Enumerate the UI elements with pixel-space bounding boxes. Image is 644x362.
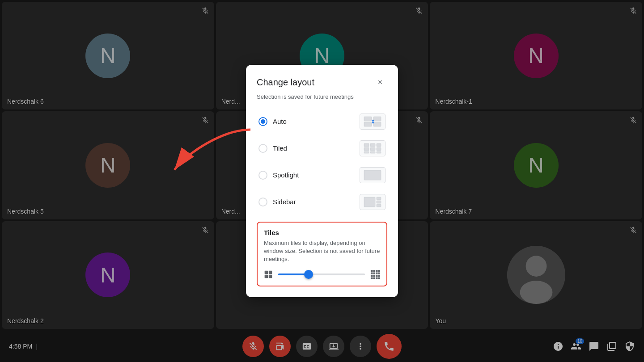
svg-rect-6 (373, 122, 381, 126)
tiles-description: Maximum tiles to display, depending on w… (264, 239, 380, 264)
radio-sidebar[interactable] (258, 198, 267, 206)
svg-rect-23 (265, 275, 268, 278)
svg-rect-31 (376, 273, 378, 275)
svg-rect-7 (364, 143, 369, 147)
modal-overlay[interactable]: Change layout × Selection is saved for f… (0, 0, 644, 362)
svg-rect-3 (364, 117, 372, 121)
modal-subtitle: Selection is saved for future meetings (257, 93, 387, 100)
layout-option-tiled[interactable]: Tiled (257, 136, 387, 161)
layout-option-spotlight-left: Spotlight (258, 171, 299, 180)
svg-rect-15 (377, 152, 381, 153)
tiles-title: Tiles (264, 229, 380, 236)
svg-rect-29 (371, 273, 373, 275)
svg-rect-16 (364, 170, 381, 180)
svg-rect-40 (378, 278, 380, 279)
layout-option-sidebar[interactable]: Sidebar (257, 189, 387, 215)
layout-icon-tiled (360, 140, 386, 156)
layout-option-sidebar-left: Sidebar (258, 198, 296, 206)
tiles-max-icon (370, 269, 380, 279)
layout-options: Auto Tiled (257, 109, 387, 215)
layout-icon-sidebar (360, 194, 386, 210)
svg-rect-18 (377, 197, 381, 200)
modal-header: Change layout × (257, 76, 387, 90)
modal-title: Change layout (257, 77, 314, 88)
svg-rect-22 (269, 271, 272, 274)
svg-rect-37 (371, 278, 373, 279)
svg-rect-35 (376, 275, 378, 277)
svg-rect-27 (376, 270, 378, 272)
svg-rect-14 (370, 152, 375, 153)
change-layout-modal: Change layout × Selection is saved for f… (246, 65, 398, 298)
svg-rect-12 (377, 147, 381, 151)
layout-icon-spotlight (360, 167, 386, 183)
svg-rect-9 (377, 143, 381, 147)
radio-auto[interactable] (258, 117, 267, 126)
tiles-min-icon (264, 270, 273, 279)
tiles-section: Tiles Maximum tiles to display, dependin… (257, 222, 387, 287)
svg-rect-17 (364, 197, 375, 207)
svg-rect-28 (378, 270, 380, 272)
svg-rect-21 (265, 271, 268, 274)
radio-spotlight[interactable] (258, 171, 267, 180)
svg-rect-39 (376, 278, 378, 279)
layout-option-spotlight[interactable]: Spotlight (257, 163, 387, 188)
layout-label-tiled: Tiled (273, 144, 287, 152)
layout-label-sidebar: Sidebar (273, 198, 296, 206)
svg-rect-13 (364, 152, 369, 153)
tiles-slider-row (264, 269, 380, 279)
svg-rect-11 (370, 147, 375, 151)
layout-label-spotlight: Spotlight (273, 171, 299, 179)
svg-rect-30 (373, 273, 375, 275)
svg-rect-33 (371, 275, 373, 277)
svg-rect-8 (370, 143, 375, 147)
layout-icon-auto (360, 114, 386, 130)
svg-rect-26 (373, 270, 375, 272)
layout-option-auto[interactable]: Auto (257, 109, 387, 134)
svg-rect-36 (378, 275, 380, 277)
svg-rect-24 (269, 275, 272, 278)
svg-rect-38 (373, 278, 375, 279)
layout-option-tiled-left: Tiled (258, 144, 287, 153)
slider-track (278, 274, 365, 275)
svg-rect-25 (371, 270, 373, 272)
layout-option-auto-left: Auto (258, 117, 287, 126)
modal-close-button[interactable]: × (373, 76, 387, 90)
svg-rect-10 (364, 147, 369, 151)
svg-rect-34 (373, 275, 375, 277)
radio-tiled[interactable] (258, 144, 267, 153)
svg-rect-19 (377, 201, 381, 203)
svg-rect-5 (364, 122, 372, 126)
svg-rect-4 (373, 117, 381, 121)
slider-thumb[interactable] (304, 270, 313, 279)
tiles-slider[interactable] (278, 270, 365, 279)
svg-rect-20 (377, 204, 381, 207)
layout-label-auto: Auto (273, 118, 287, 125)
svg-rect-32 (378, 273, 380, 275)
